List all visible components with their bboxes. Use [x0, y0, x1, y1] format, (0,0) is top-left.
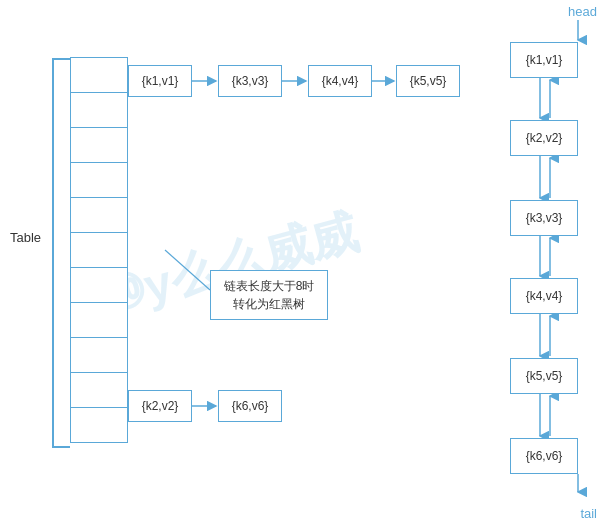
table-row [70, 57, 128, 93]
head-label: head [568, 4, 597, 19]
node-k3v3: {k3,v3} [218, 65, 282, 97]
table-row [70, 267, 128, 303]
node-k2v2-row2: {k2,v2} [128, 390, 192, 422]
right-node-6: {k6,v6} [510, 438, 578, 474]
table-row [70, 302, 128, 338]
table-row [70, 407, 128, 443]
tail-label: tail [580, 506, 597, 521]
node-k5v5: {k5,v5} [396, 65, 460, 97]
table-row [70, 162, 128, 198]
table-label: Table [10, 230, 41, 245]
table-row [70, 92, 128, 128]
callout-box: 链表长度大于8时转化为红黑树 [210, 270, 328, 320]
table-row [70, 127, 128, 163]
right-node-2: {k2,v2} [510, 120, 578, 156]
diagram-container: ⑩y么么威威 head tail Table {k1,v1} {k3,v3} {… [0, 0, 605, 529]
table-row [70, 372, 128, 408]
node-k4v4: {k4,v4} [308, 65, 372, 97]
table-row [70, 197, 128, 233]
node-k1v1-row1: {k1,v1} [128, 65, 192, 97]
node-k6v6: {k6,v6} [218, 390, 282, 422]
right-node-4: {k4,v4} [510, 278, 578, 314]
right-node-1: {k1,v1} [510, 42, 578, 78]
callout-text: 链表长度大于8时转化为红黑树 [224, 279, 315, 311]
table-rows [70, 58, 128, 443]
svg-line-9 [165, 250, 210, 290]
table-row [70, 337, 128, 373]
table-row [70, 232, 128, 268]
right-node-5: {k5,v5} [510, 358, 578, 394]
right-node-3: {k3,v3} [510, 200, 578, 236]
table-bracket [52, 58, 70, 448]
